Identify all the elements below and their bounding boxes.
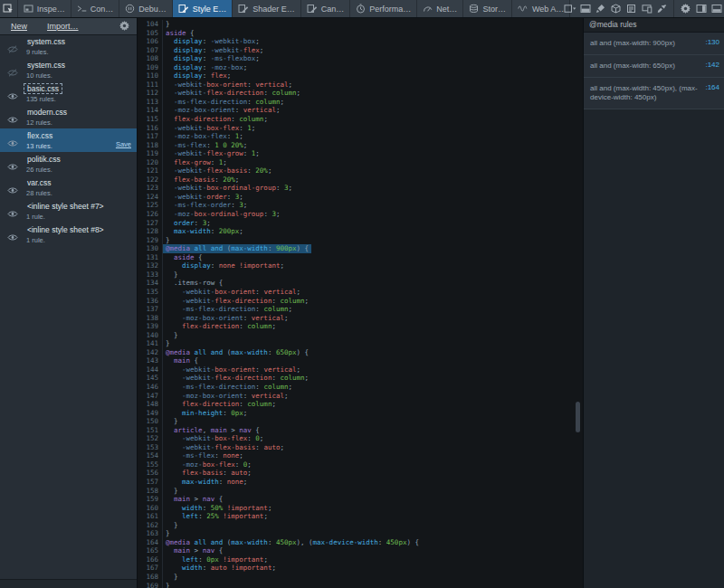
code-line: 109 display: -moz-box; <box>138 63 583 72</box>
tab-debugger[interactable]: Debu… <box>119 0 173 17</box>
line-number: 134 <box>138 279 163 288</box>
stylesheet-item[interactable]: system.css10 rules. <box>0 58 137 81</box>
code-line: 126 -moz-box-ordinal-group: 3; <box>138 210 583 219</box>
code-text: } <box>163 487 181 496</box>
responsive-mode-icon[interactable] <box>639 0 654 17</box>
frame-selector-icon[interactable] <box>562 0 577 17</box>
tab-inspector[interactable]: Inspe… <box>18 0 71 17</box>
code-text: max-width: 200px; <box>163 227 246 236</box>
stylesheet-sidebar-toolbar: New Import… <box>0 18 137 35</box>
code-line: 145 -webkit-flex-direction: column; <box>138 374 583 383</box>
code-text: -webkit-box-flex: 0; <box>163 434 266 443</box>
pick-element-icon[interactable] <box>0 0 18 17</box>
stylesheet-item[interactable]: <inline style sheet #7>1 rule. <box>0 199 137 223</box>
eye-icon[interactable] <box>7 158 18 175</box>
line-number: 115 <box>138 115 163 124</box>
code-text: flex-basis: 20%; <box>163 175 242 185</box>
stylesheet-item[interactable]: system.css9 rules. <box>0 34 137 58</box>
code-text: -webkit-box-ordinal-group: 3; <box>163 184 295 193</box>
tab-style-editor[interactable]: Style E… <box>173 0 233 17</box>
stylesheet-item[interactable]: flex.css13 rules.Save <box>0 128 137 152</box>
stylesheet-item[interactable]: var.css28 rules. <box>0 175 137 199</box>
code-text: display: flex; <box>163 71 233 81</box>
code-line: 135 -webkit-box-orient: vertical; <box>138 288 583 297</box>
eye-off-icon[interactable] <box>7 41 18 57</box>
stylesheet-item[interactable]: modern.css12 rules. <box>0 105 137 128</box>
code-line: 142@media all and (max-width: 650px) { <box>138 348 583 357</box>
scrollbar-thumb[interactable] <box>576 402 580 432</box>
code-text: left: 25% !important; <box>163 512 271 521</box>
eye-icon[interactable] <box>7 205 18 222</box>
media-rule-line-link[interactable]: :130 <box>705 38 719 47</box>
code-text: main { <box>163 356 201 365</box>
line-number: 125 <box>138 201 163 210</box>
line-number: 111 <box>138 81 163 90</box>
tab-console[interactable]: Con… <box>71 0 120 17</box>
code-text: -moz-box-orient: vertical; <box>163 106 282 115</box>
code-text: display: -webkit-box; <box>163 37 262 46</box>
code-text: -webkit-flex-direction: column; <box>163 374 311 383</box>
line-number: 163 <box>138 529 163 538</box>
code-line: 119 -webkit-flex-grow: 1; <box>138 149 583 158</box>
settings-gear-icon[interactable] <box>673 0 693 17</box>
code-line: 139 flex-direction: column; <box>138 322 583 331</box>
line-number: 136 <box>138 297 163 306</box>
eye-icon[interactable] <box>7 229 18 245</box>
line-number: 137 <box>138 305 163 314</box>
import-stylesheet-button[interactable]: Import… <box>47 22 79 31</box>
code-line: 134 .items-row { <box>138 279 583 288</box>
line-number: 146 <box>138 383 163 392</box>
stylesheet-item[interactable]: politik.css26 rules. <box>0 152 137 175</box>
media-rule-line-link[interactable]: :142 <box>705 61 719 70</box>
stylesheet-rule-count: 1 rule. <box>26 236 137 245</box>
code-line: 132 display: none !important; <box>138 261 583 270</box>
media-rule-item[interactable]: all and (max-width: 450px), (max-device-… <box>584 78 724 109</box>
media-rule-item[interactable]: all and (max-width: 900px):130 <box>584 33 724 55</box>
eye-off-icon[interactable] <box>7 64 18 81</box>
eye-icon[interactable] <box>7 111 18 128</box>
code-text: flex-direction: column; <box>163 115 271 124</box>
code-line: 165 main > nav { <box>138 546 583 555</box>
dock-side-icon[interactable] <box>693 0 709 17</box>
eye-icon[interactable] <box>7 182 18 198</box>
line-number: 116 <box>138 124 163 133</box>
media-rule-line-link[interactable]: :164 <box>705 83 719 92</box>
tab-label: Net… <box>436 5 457 14</box>
line-number: 157 <box>138 478 163 487</box>
code-text: aside { <box>163 253 205 262</box>
eye-icon[interactable] <box>7 135 18 151</box>
stylesheet-item[interactable]: <inline style sheet #8>1 rule. <box>0 223 137 246</box>
options-gear-icon[interactable] <box>119 21 129 33</box>
stylesheet-item[interactable]: basic.css135 rules. <box>0 81 137 105</box>
code-line: 104} <box>138 20 583 29</box>
stylesheet-rule-count: 12 rules. <box>26 119 137 128</box>
eye-icon[interactable] <box>7 88 18 104</box>
new-stylesheet-button[interactable]: New <box>11 22 27 31</box>
media-rule-item[interactable]: all and (max-width: 650px):142 <box>584 55 724 78</box>
line-number: 154 <box>138 451 163 460</box>
line-number: 112 <box>138 89 163 98</box>
line-number: 135 <box>138 288 163 297</box>
tab-canvas[interactable]: Can… <box>301 0 351 17</box>
save-link[interactable]: Save <box>116 140 131 148</box>
split-console-icon[interactable] <box>577 0 593 17</box>
css-source-editor[interactable]: 104}105aside {106 display: -webkit-box;1… <box>138 18 583 588</box>
code-line: 129} <box>138 236 583 245</box>
line-number: 109 <box>138 63 163 72</box>
tab-shader-editor[interactable]: Shader E… <box>233 0 301 17</box>
tab-network[interactable]: Net… <box>417 0 463 17</box>
code-text: @media all and (max-width: 650px) { <box>163 348 311 357</box>
dock-bottom-icon[interactable] <box>709 0 724 17</box>
code-line: 148 flex-direction: column; <box>138 400 583 409</box>
media-rules-header: @media rules <box>584 18 724 33</box>
debugger-icon <box>125 4 135 14</box>
scratchpad-icon[interactable] <box>624 0 639 17</box>
eyedropper-icon[interactable] <box>654 0 670 17</box>
tab-performance[interactable]: Performa… <box>350 0 417 17</box>
tab-storage[interactable]: Stor… <box>463 0 512 17</box>
code-text: -webkit-order: 3; <box>163 193 246 202</box>
paintbrush-icon[interactable] <box>593 0 608 17</box>
tilt-3d-icon[interactable] <box>608 0 624 17</box>
code-text: left: 0px !important; <box>163 555 271 564</box>
code-text: } <box>163 529 173 538</box>
